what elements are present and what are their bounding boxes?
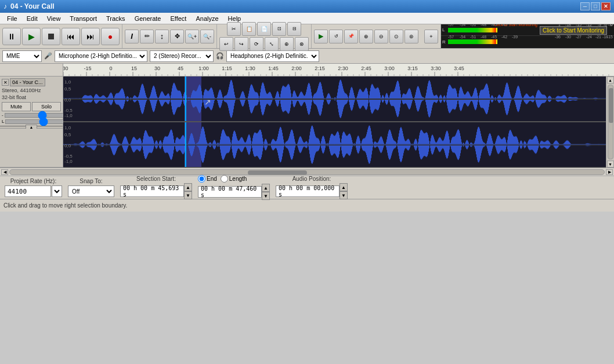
select-tool-button[interactable]: I: [125, 30, 139, 43]
end-value[interactable]: 00 h 00 m 47,460 s: [198, 186, 262, 198]
pan-l: L: [2, 119, 4, 124]
mic-icon: 🎤: [44, 52, 52, 60]
prev-button[interactable]: ⏮: [62, 28, 80, 45]
cut-button[interactable]: ✂: [227, 22, 241, 36]
menu-file[interactable]: File: [2, 14, 22, 23]
maximize-button[interactable]: □: [591, 2, 600, 10]
scroll-thumb-h[interactable]: [248, 170, 307, 175]
sync-button[interactable]: ⟳: [250, 37, 263, 51]
snap-to-select[interactable]: Off: [68, 185, 114, 197]
track-headers: ✕ 04 - Your C... Stereo, 44100Hz 32-bit …: [0, 77, 63, 168]
menu-analyze[interactable]: Analyze: [191, 14, 223, 23]
record-button[interactable]: ●: [101, 28, 120, 45]
more3-btn[interactable]: ⊙: [389, 30, 403, 43]
track-name-dropdown[interactable]: 04 - Your C...: [10, 78, 45, 86]
amp-0-bottom: 0,0: [64, 143, 71, 148]
gain-minus[interactable]: -: [2, 112, 3, 118]
status-bar: Click and drag to move right selection b…: [0, 199, 614, 212]
amp-05-bottom: 0,5: [64, 132, 71, 137]
audio-pos-value[interactable]: 00 h 00 m 00,000 s: [276, 185, 339, 197]
host-select[interactable]: MME: [2, 50, 42, 62]
minimize-button[interactable]: ─: [580, 2, 590, 10]
track-header-top: ✕ 04 - Your C... Stereo, 44100Hz 32-bit …: [0, 77, 63, 126]
menu-generate[interactable]: Generate: [130, 14, 166, 23]
more2-btn[interactable]: ⊖: [374, 30, 388, 43]
scroll-up-button[interactable]: ▲: [607, 77, 614, 83]
pin-button[interactable]: 📌: [344, 30, 358, 43]
scroll-track-h[interactable]: [9, 169, 605, 175]
scroll-down-button[interactable]: ▼: [607, 161, 614, 168]
app-icon: ♪: [3, 2, 7, 10]
paste-button[interactable]: 📄: [257, 22, 271, 36]
audio-pos-down[interactable]: ▼: [339, 191, 348, 199]
scroll-track[interactable]: [608, 85, 613, 159]
selection-start-down[interactable]: ▼: [184, 191, 192, 199]
end-label: End: [207, 176, 217, 182]
length-radio[interactable]: [221, 175, 228, 183]
vu-l-label: L: [442, 27, 447, 32]
next-button[interactable]: ⏭: [81, 28, 100, 45]
amp-1-bottom: 1,0: [64, 125, 71, 130]
play-at-end-button[interactable]: ▶: [314, 30, 328, 43]
silence-button[interactable]: ⊟: [287, 22, 301, 36]
fit-button[interactable]: ⤡: [265, 37, 279, 51]
horizontal-scrollbar[interactable]: ◀ ▶: [0, 168, 614, 176]
scroll-thumb[interactable]: [609, 88, 613, 123]
more4-btn[interactable]: ⊚: [404, 30, 418, 43]
draw-tool-button[interactable]: ✏: [140, 30, 154, 43]
channel-select[interactable]: 2 (Stereo) Recor...: [150, 50, 214, 62]
envelope-tool-button[interactable]: ↕: [155, 30, 169, 43]
trim-button[interactable]: ⊡: [272, 22, 286, 36]
menubar: File Edit View Transport Tracks Generate…: [0, 13, 614, 24]
menu-view[interactable]: View: [42, 14, 66, 23]
track-close-button[interactable]: ✕: [2, 79, 9, 86]
project-rate-dropdown[interactable]: ▼: [52, 185, 62, 197]
click-monitor-label[interactable]: Click to Start Monitoring: [494, 24, 537, 27]
undo-button[interactable]: ↩: [219, 37, 233, 51]
end-down[interactable]: ▼: [262, 192, 270, 200]
status-text: Click and drag to move right selection b…: [3, 202, 127, 209]
zoom-out-button[interactable]: 🔍-: [200, 30, 214, 43]
input-select[interactable]: Microphone (2-High Definitio...: [55, 50, 147, 62]
redo-button[interactable]: ↪: [234, 37, 248, 51]
output-select[interactable]: Headphones (2-High Definitic...: [226, 50, 319, 62]
menu-edit[interactable]: Edit: [22, 14, 42, 23]
vertical-scrollbar[interactable]: ▲ ▼: [606, 77, 614, 168]
waveform-bottom[interactable]: 1,0 0,5 0,0 -0,5 -1,0: [63, 122, 606, 168]
copy-button[interactable]: 📋: [242, 22, 256, 36]
loop-button[interactable]: ↺: [329, 30, 343, 43]
play-button[interactable]: ▶: [22, 28, 41, 45]
titlebar-left: ♪ 04 - Your Call: [3, 2, 55, 10]
zoom-sel-button[interactable]: ⊕: [280, 37, 294, 51]
selection-start-value[interactable]: 00 h 00 m 45,693 s: [120, 185, 184, 197]
scroll-left-button[interactable]: ◀: [1, 169, 8, 175]
close-button[interactable]: ✕: [601, 2, 611, 10]
audio-pos-up[interactable]: ▲: [339, 183, 348, 191]
extra1-btn[interactable]: +: [424, 30, 438, 43]
waveform-top[interactable]: 1,0 0,5 0,0 -0,5 -1,0 ↗: [63, 77, 606, 122]
snap-to-label: Snap To:: [80, 178, 102, 184]
end-radio[interactable]: [198, 175, 205, 183]
more1-btn[interactable]: ⊕: [359, 30, 373, 43]
track-header-space: [0, 64, 63, 76]
click-to-start-monitoring-button[interactable]: Click to Start Monitoring: [540, 26, 607, 35]
selection-start-up[interactable]: ▲: [184, 183, 192, 191]
pause-icon: ⏸: [8, 32, 16, 41]
amp-n05-top: -0,5: [64, 108, 73, 113]
menu-effect[interactable]: Effect: [166, 14, 192, 23]
ruler: [63, 64, 614, 76]
scroll-right-button[interactable]: ▶: [606, 169, 613, 175]
menu-tracks[interactable]: Tracks: [102, 14, 130, 23]
stop-button[interactable]: [42, 28, 60, 45]
pause-button[interactable]: ⏸: [2, 28, 21, 45]
end-length-radio: End Length: [198, 175, 270, 183]
amp-05-top: 0,5: [64, 86, 71, 92]
multi-tool-button[interactable]: ✥: [170, 30, 184, 43]
menu-transport[interactable]: Transport: [65, 14, 102, 23]
vu-r-label: R: [442, 39, 447, 45]
zoom-in-button[interactable]: 🔍+: [185, 30, 199, 43]
track-header-bottom: [0, 129, 63, 168]
amp-1-top: 1,0: [64, 79, 71, 85]
zoom-fit-button[interactable]: ⊗: [295, 37, 309, 51]
end-up[interactable]: ▲: [262, 184, 270, 192]
